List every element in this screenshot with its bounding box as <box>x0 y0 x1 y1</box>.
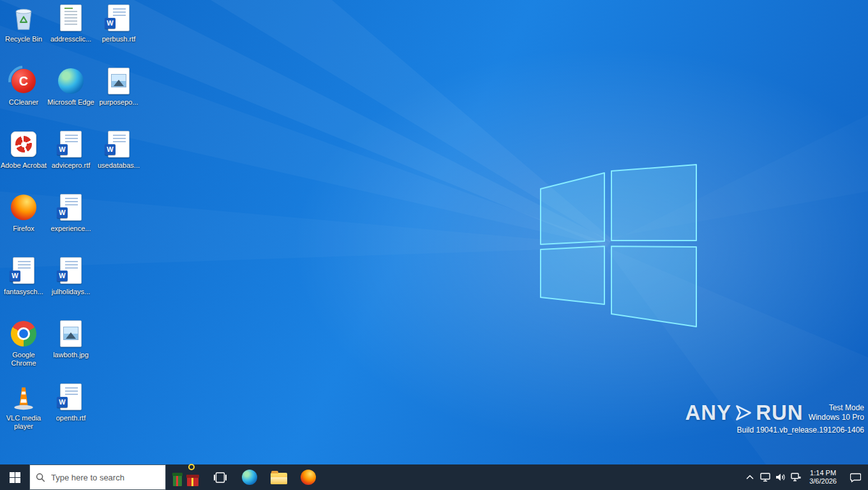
desktop-icon-microsoft-edge[interactable]: Microsoft Edge <box>47 66 94 127</box>
clock-time: 1:14 PM <box>809 469 837 477</box>
tray-display-button[interactable] <box>758 464 773 490</box>
volume-button[interactable] <box>773 464 788 490</box>
taskbar-edge-button[interactable] <box>235 464 264 490</box>
desktop-icon-label: Google Chrome <box>0 351 47 368</box>
display-icon <box>760 473 770 482</box>
desktop-icon-label: usedatabas... <box>98 161 140 170</box>
file-explorer-icon <box>271 473 287 484</box>
desktop-icon-lawboth[interactable]: lawboth.jpg <box>47 318 94 380</box>
vlc-icon <box>8 382 39 412</box>
word-document-icon <box>60 131 82 158</box>
ethernet-network-icon <box>791 473 801 482</box>
word-document-icon <box>60 194 82 221</box>
gifts-icon <box>172 469 199 486</box>
anyrun-logo-any: ANY <box>685 401 731 425</box>
taskbar-firefox-button[interactable] <box>294 464 323 490</box>
desktop-icon-label: julholidays... <box>52 288 91 296</box>
task-view-button[interactable] <box>206 464 235 490</box>
desktop-icon-label: fantasysch... <box>4 288 43 296</box>
taskbar-search[interactable] <box>29 464 166 490</box>
desktop-icon-label: Microsoft Edge <box>47 98 94 107</box>
anyrun-logo-run: RUN <box>756 401 804 425</box>
desktop: Recycle Bin CCleaner Adobe Acrobat Firef… <box>0 0 868 464</box>
chevron-up-icon <box>746 475 754 480</box>
watermark-test-mode: Test Mode <box>829 403 864 413</box>
desktop-icon-label: CCleaner <box>9 98 38 107</box>
taskbar-clock[interactable]: 1:14 PM 3/6/2026 <box>804 469 842 486</box>
desktop-icon-label: Adobe Acrobat <box>1 161 47 170</box>
desktop-icon-label: perbush.rtf <box>102 35 136 43</box>
desktop-icon-ccleaner[interactable]: CCleaner <box>0 66 47 127</box>
ccleaner-icon <box>11 69 36 93</box>
edge-icon <box>242 470 257 485</box>
desktop-icon-google-chrome[interactable]: Google Chrome <box>0 318 47 380</box>
desktop-icon-vlc[interactable]: VLC media player <box>0 382 47 443</box>
watermark-build: Build 19041.vb_release.191206-1406 <box>737 426 865 435</box>
desktop-icon-purposepo[interactable]: purposepo... <box>95 66 142 127</box>
desktop-icon-openth[interactable]: openth.rtf <box>47 382 94 443</box>
desktop-icon-label: purposepo... <box>99 98 138 107</box>
network-button[interactable] <box>788 464 804 490</box>
image-file-icon <box>60 320 82 347</box>
speaker-icon <box>775 473 786 482</box>
firefox-icon <box>301 470 316 485</box>
acrobat-icon <box>11 131 36 157</box>
desktop-icon-addressclic[interactable]: addressclic... <box>47 3 94 64</box>
clock-date: 3/6/2026 <box>809 477 837 486</box>
taskbar: 1:14 PM 3/6/2026 <box>0 464 868 490</box>
watermark-windows-edition: Windows 10 Pro <box>809 413 864 422</box>
text-document-icon <box>60 4 82 31</box>
desktop-icon-label: Firefox <box>13 225 34 233</box>
desktop-icon-label: addressclic... <box>50 35 91 43</box>
recycle-bin-icon <box>8 3 39 33</box>
desktop-icon-experience[interactable]: experience... <box>47 192 94 253</box>
desktop-icon-label: VLC media player <box>0 414 47 431</box>
desktop-icon-fantasysch[interactable]: fantasysch... <box>0 255 47 316</box>
word-document-icon <box>60 257 82 284</box>
desktop-icon-label: lawboth.jpg <box>53 351 89 359</box>
desktop-icon-label: advicepro.rtf <box>52 161 91 170</box>
search-input[interactable] <box>50 472 148 483</box>
word-document-icon <box>108 131 130 158</box>
word-document-icon <box>13 257 34 284</box>
chrome-icon <box>11 321 36 346</box>
word-document-icon <box>60 383 82 410</box>
word-document-icon <box>108 4 130 31</box>
desktop-icon-label: Recycle Bin <box>5 35 42 43</box>
task-view-icon <box>214 472 227 483</box>
desktop-icon-advicepro[interactable]: advicepro.rtf <box>47 129 94 190</box>
edge-icon <box>58 68 84 94</box>
desktop-icon-julholidays[interactable]: julholidays... <box>47 255 94 316</box>
start-button[interactable] <box>0 464 29 490</box>
desktop-icon-perbush[interactable]: perbush.rtf <box>95 3 142 64</box>
desktop-icon-usedatabas[interactable]: usedatabas... <box>95 129 142 190</box>
desktop-icon-firefox[interactable]: Firefox <box>0 192 47 253</box>
action-center-button[interactable] <box>842 464 868 490</box>
system-tray: 1:14 PM 3/6/2026 <box>742 464 868 490</box>
hidden-icons-button[interactable] <box>742 464 758 490</box>
anyrun-watermark: ANY RUN Test Mode Windows 10 Pro Build 1… <box>685 401 864 435</box>
desktop-icon-recycle-bin[interactable]: Recycle Bin <box>0 3 47 64</box>
taskbar-pinned-gifts[interactable] <box>166 464 206 490</box>
action-center-icon <box>850 473 861 482</box>
taskbar-file-explorer-button[interactable] <box>264 464 294 490</box>
windows-start-icon <box>10 472 20 483</box>
search-icon <box>36 473 45 482</box>
image-file-icon <box>108 68 130 94</box>
desktop-icon-label: openth.rtf <box>56 414 86 422</box>
anyrun-play-icon <box>734 403 753 422</box>
firefox-icon <box>11 195 36 220</box>
desktop-icon-label: experience... <box>51 225 91 233</box>
desktop-icon-adobe-acrobat[interactable]: Adobe Acrobat <box>0 129 47 190</box>
anyrun-logo: ANY RUN <box>685 401 803 425</box>
